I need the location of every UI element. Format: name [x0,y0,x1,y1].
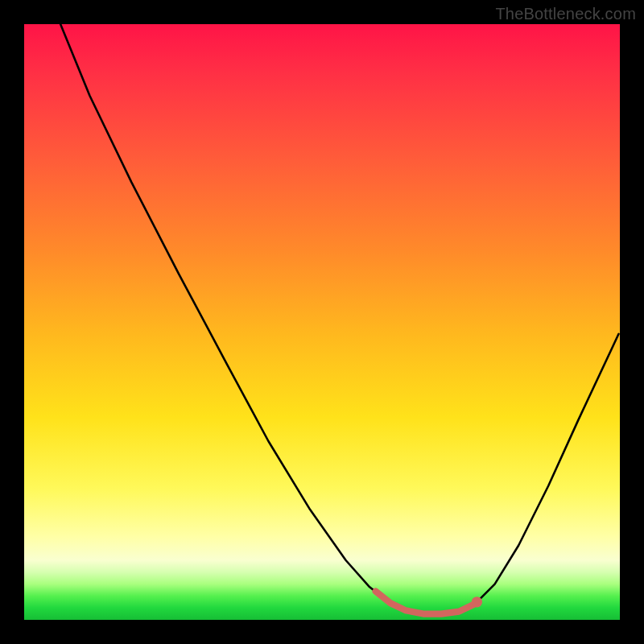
highlight-end-dot [472,597,482,607]
plot-area [24,24,620,620]
chart-frame: TheBottleneck.com [0,0,644,644]
bottleneck-curve [60,24,618,614]
watermark-text: TheBottleneck.com [495,5,636,23]
highlight-segment [376,591,474,613]
curve-layer [24,24,620,620]
